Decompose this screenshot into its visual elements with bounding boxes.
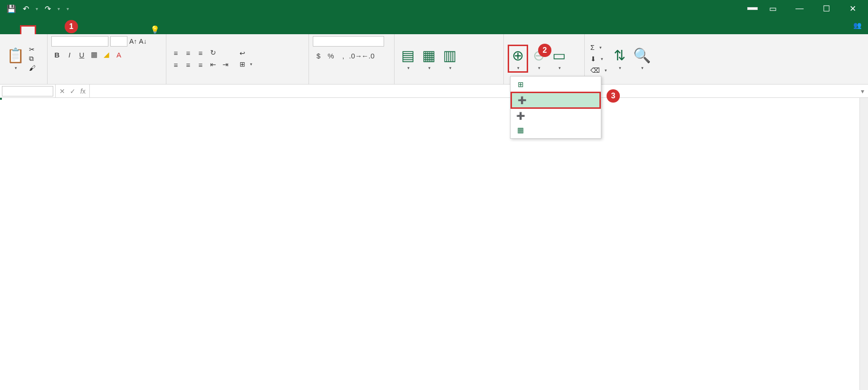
search-icon: 🔍	[633, 47, 651, 64]
group-label	[4, 81, 43, 83]
tab-data[interactable]	[76, 27, 89, 34]
insert-cols-icon: ➕	[516, 112, 525, 120]
redo-icon[interactable]: ↷	[45, 4, 51, 13]
group-styles: ▤▾ ▦▾ ▥▾	[395, 34, 504, 84]
indent-dec-icon[interactable]: ⇤	[207, 59, 219, 70]
sort-filter-button[interactable]: ⇅▾	[611, 46, 628, 72]
qat-customize-icon[interactable]: ▾	[67, 6, 69, 11]
indent-inc-icon[interactable]: ⇥	[220, 59, 231, 70]
group-label	[51, 81, 162, 83]
decrease-font-icon[interactable]: A↓	[139, 38, 146, 45]
menu-bar: 1 💡 👥	[0, 17, 868, 34]
cell-style-icon: ▥	[443, 47, 456, 64]
formula-expand-icon[interactable]: ▾	[857, 87, 868, 95]
group-label	[170, 81, 305, 83]
fill-button[interactable]: ⬇▾	[588, 54, 609, 64]
wrap-text-button[interactable]: ↩	[238, 48, 254, 58]
clipboard-icon: 📋	[7, 47, 24, 64]
align-middle-icon[interactable]: ≡	[183, 48, 194, 58]
tab-help[interactable]	[116, 27, 129, 34]
align-bottom-icon[interactable]: ≡	[195, 48, 206, 58]
titlebar-right: ▭ — ☐ ✕	[747, 0, 868, 17]
formula-buttons: ✕ ✓ fx	[55, 85, 90, 97]
number-format-select[interactable]	[313, 36, 384, 47]
group-label	[588, 81, 685, 83]
signin-button[interactable]	[747, 7, 758, 10]
annotation-2: 2	[538, 44, 551, 57]
paste-button[interactable]: 📋 ▾	[4, 46, 27, 72]
conditional-formatting-button[interactable]: ▤▾	[398, 46, 417, 72]
tab-view[interactable]	[103, 27, 116, 34]
cond-format-icon: ▤	[401, 47, 415, 64]
insert-cells-button[interactable]: ⊕▾	[508, 45, 528, 73]
format-as-table-button[interactable]: ▦▾	[419, 46, 438, 72]
insert-cells-icon: ⊞	[516, 80, 525, 89]
vertical-scrollbar[interactable]	[859, 98, 868, 390]
tab-foxit[interactable]	[129, 27, 143, 34]
cancel-icon[interactable]: ✕	[59, 87, 65, 95]
align-right-icon[interactable]: ≡	[195, 59, 206, 70]
merge-icon: ⊞	[240, 60, 245, 68]
accounting-icon[interactable]: $	[313, 50, 324, 61]
tab-insert[interactable]	[36, 27, 49, 34]
minimize-button[interactable]: —	[788, 0, 811, 17]
copy-icon[interactable]: ⧉	[29, 55, 36, 63]
align-left-icon[interactable]: ≡	[170, 59, 182, 70]
insert-dropdown-menu: ⊞ ➕ ➕ ▦	[510, 76, 601, 139]
share-button[interactable]: 👥	[853, 21, 861, 29]
format-painter-icon[interactable]: 🖌	[29, 64, 36, 72]
font-size-select[interactable]	[110, 36, 127, 47]
tellme[interactable]: 💡	[150, 25, 164, 34]
clear-button[interactable]: ⌫▾	[588, 66, 609, 75]
group-clipboard: 📋 ▾ ✂ ⧉ 🖌	[0, 34, 48, 84]
maximize-button[interactable]: ☐	[815, 0, 838, 17]
align-center-icon[interactable]: ≡	[183, 59, 194, 70]
align-top-icon[interactable]: ≡	[170, 48, 182, 58]
titlebar: 💾 ↶▾ ↷▾ ▾ ▭ — ☐ ✕	[0, 0, 868, 17]
formula-bar: ✕ ✓ fx ▾	[0, 85, 868, 98]
percent-icon[interactable]: %	[325, 50, 337, 61]
merge-center-button[interactable]: ⊞▾	[238, 59, 254, 69]
cell-styles-button[interactable]: ▥▾	[440, 46, 459, 72]
tab-review[interactable]	[89, 27, 103, 34]
eraser-icon: ⌫	[590, 67, 600, 74]
annotation-1: 1	[65, 20, 78, 33]
comma-icon[interactable]: ,	[338, 50, 349, 61]
orientation-icon[interactable]: ↻	[207, 48, 219, 58]
menu-insert-sheet-rows[interactable]: ➕	[511, 92, 601, 109]
formula-input[interactable]	[90, 90, 857, 92]
increase-font-icon[interactable]: A↑	[129, 38, 137, 45]
underline-button[interactable]: U	[76, 49, 87, 60]
font-name-select[interactable]	[51, 36, 108, 47]
menu-insert-sheet[interactable]: ▦	[511, 123, 601, 137]
increase-decimal-icon[interactable]: .0→	[350, 50, 361, 61]
find-select-button[interactable]: 🔍▾	[630, 46, 654, 72]
bulb-icon: 💡	[150, 25, 160, 34]
table-icon: ▦	[422, 47, 435, 64]
bold-button[interactable]: B	[51, 49, 63, 60]
insert-sheet-icon: ▦	[516, 126, 525, 134]
border-button[interactable]: ▦	[88, 49, 100, 60]
format-cells-button[interactable]: ▭▾	[550, 46, 569, 72]
group-label	[313, 81, 390, 83]
tab-file[interactable]	[5, 27, 20, 34]
undo-icon[interactable]: ↶	[23, 4, 29, 13]
cut-icon[interactable]: ✂	[29, 46, 36, 53]
font-color-button[interactable]: A	[113, 49, 125, 60]
ribbon-options-icon[interactable]: ▭	[762, 0, 784, 17]
autosum-button[interactable]: Σ▾	[588, 43, 609, 52]
save-icon[interactable]: 💾	[7, 4, 16, 13]
wrap-icon: ↩	[240, 49, 245, 57]
close-button[interactable]: ✕	[841, 0, 864, 17]
quick-access-toolbar: 💾 ↶▾ ↷▾ ▾	[0, 4, 69, 13]
tab-home[interactable]	[20, 25, 36, 34]
tab-page-layout[interactable]	[49, 27, 63, 34]
spreadsheet-grid[interactable]	[0, 98, 868, 390]
fx-icon[interactable]: fx	[80, 87, 86, 95]
italic-button[interactable]: I	[64, 49, 75, 60]
decrease-decimal-icon[interactable]: ←.0	[362, 50, 374, 61]
fill-color-button[interactable]: ◢	[101, 49, 112, 60]
enter-icon[interactable]: ✓	[70, 87, 76, 95]
name-box[interactable]	[2, 86, 53, 96]
menu-insert-cells[interactable]: ⊞	[511, 77, 601, 92]
